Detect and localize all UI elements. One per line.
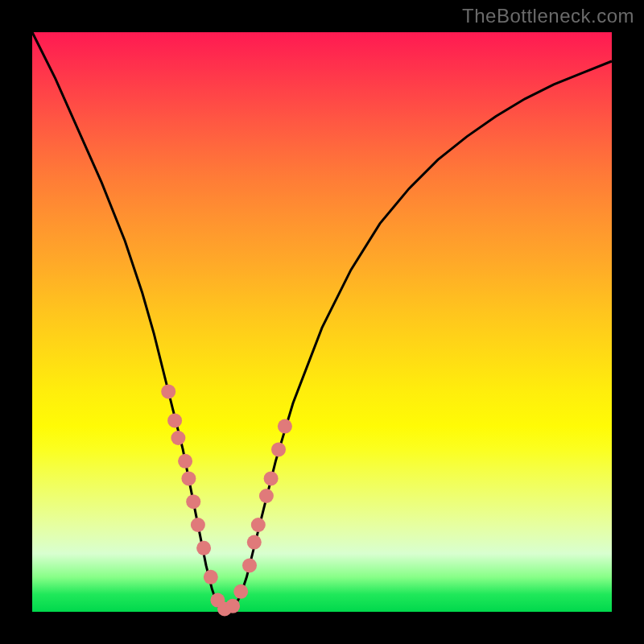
marker-point [204,570,218,584]
watermark-text: TheBottleneck.com [462,5,634,27]
marker-point [278,419,292,434]
marker-point [178,454,192,469]
plot-area [32,32,612,612]
marker-point [196,541,211,555]
marker-point [225,599,240,613]
marker-point [167,413,182,427]
marker-point [259,489,274,503]
marker-point [247,535,262,550]
bottleneck-curve [32,32,612,612]
marker-point [161,384,175,398]
marker-point [242,558,257,572]
marker-point [171,431,185,445]
marker-point [191,518,205,532]
marker-point [264,471,279,485]
marker-point [181,471,196,485]
chart-svg [32,32,612,612]
marker-point [233,584,248,599]
marker-point [186,494,200,509]
marker-point [271,442,286,456]
marker-point [251,518,266,532]
curve-markers [161,384,292,616]
chart-frame: TheBottleneck.com [0,0,644,644]
